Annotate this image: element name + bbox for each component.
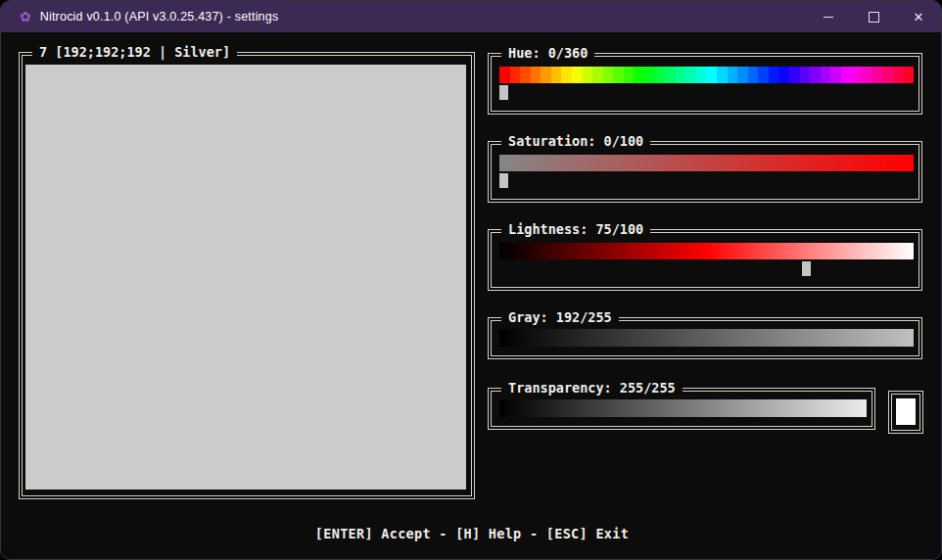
color-preview-swatch [25, 65, 466, 490]
color-preview-title: 7 [192;192;192 | Silver] [32, 44, 237, 61]
minimize-icon [824, 17, 833, 18]
titlebar: ✿ Nitrocid v0.1.0 (API v3.0.25.437) - se… [1, 1, 941, 32]
maximize-icon [869, 12, 879, 23]
lightness-slider-label: Lightness: 75/100 [501, 221, 650, 238]
transparency-gradient-bar[interactable] [499, 399, 867, 417]
hue-slider-panel: Hue: 0/360 [488, 53, 922, 115]
alpha-preview-box [888, 391, 923, 434]
content-area: 7 [192;192;192 | Silver] Hue: 0/360 Satu… [1, 32, 942, 560]
statusbar: [ENTER] Accept - [H] Help - [ESC] Exit [1, 526, 942, 541]
close-icon: ✕ [914, 11, 924, 23]
maximize-button[interactable] [851, 1, 896, 32]
transparency-slider-label: Transparency: 255/255 [501, 380, 683, 397]
app-icon: ✿ [20, 10, 31, 23]
saturation-handle-track [499, 173, 914, 189]
window: ✿ Nitrocid v0.1.0 (API v3.0.25.437) - se… [0, 0, 942, 560]
hue-gradient-bar[interactable] [499, 67, 914, 83]
hue-slider-label: Hue: 0/360 [501, 45, 594, 62]
gray-gradient-bar[interactable] [499, 329, 914, 347]
alpha-preview-swatch [896, 398, 916, 425]
color-preview-panel: 7 [192;192;192 | Silver] [19, 52, 475, 499]
saturation-slider-label: Saturation: 0/100 [501, 133, 650, 150]
lightness-handle-track [499, 261, 914, 277]
window-controls: ✕ [806, 1, 941, 32]
window-title: Nitrocid v0.1.0 (API v3.0.25.437) - sett… [40, 10, 279, 23]
saturation-gradient-bar[interactable] [499, 155, 914, 171]
saturation-slider-panel: Saturation: 0/100 [488, 141, 922, 203]
lightness-slider-panel: Lightness: 75/100 [488, 229, 922, 291]
minimize-button[interactable] [806, 1, 851, 32]
lightness-gradient-bar[interactable] [499, 243, 914, 259]
hue-handle-track [499, 85, 914, 101]
gray-slider-label: Gray: 192/255 [501, 309, 619, 326]
transparency-slider-panel: Transparency: 255/255 [488, 388, 875, 430]
gray-slider-panel: Gray: 192/255 [488, 317, 922, 359]
lightness-slider-handle[interactable] [802, 261, 811, 276]
saturation-slider-handle[interactable] [499, 173, 508, 188]
hue-slider-handle[interactable] [499, 85, 508, 100]
close-button[interactable]: ✕ [896, 1, 941, 32]
